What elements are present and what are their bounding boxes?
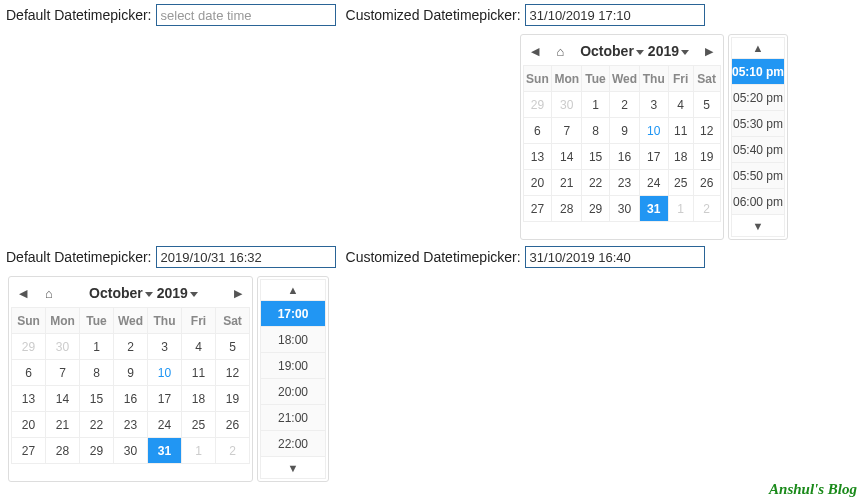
calendar-day[interactable]: 12 xyxy=(216,360,250,386)
time-option[interactable]: 05:20 pm xyxy=(731,85,786,111)
custom-datetime-input[interactable] xyxy=(525,246,705,268)
calendar-day[interactable]: 12 xyxy=(693,118,720,144)
time-option[interactable]: 05:10 pm xyxy=(731,59,786,85)
prev-month-button[interactable]: ◀ xyxy=(11,280,35,306)
calendar-day[interactable]: 31 xyxy=(148,438,182,464)
calendar-day[interactable]: 2 xyxy=(609,92,639,118)
calendar-day[interactable]: 19 xyxy=(216,386,250,412)
calendar-day[interactable]: 4 xyxy=(668,92,693,118)
calendar-day[interactable]: 10 xyxy=(640,118,669,144)
calendar-day[interactable]: 27 xyxy=(523,196,552,222)
calendar-day[interactable]: 2 xyxy=(114,334,148,360)
calendar-day[interactable]: 22 xyxy=(80,412,114,438)
time-scroll-down[interactable]: ▼ xyxy=(260,457,326,479)
calendar-day[interactable]: 20 xyxy=(523,170,552,196)
calendar-day[interactable]: 14 xyxy=(46,386,80,412)
calendar-day[interactable]: 11 xyxy=(182,360,216,386)
calendar-day[interactable]: 25 xyxy=(182,412,216,438)
month-dropdown[interactable]: October xyxy=(89,285,153,301)
time-option[interactable]: 22:00 xyxy=(260,431,326,457)
year-dropdown[interactable]: 2019 xyxy=(648,43,689,59)
default-datetime-input[interactable] xyxy=(156,4,336,26)
calendar-day[interactable]: 10 xyxy=(148,360,182,386)
time-option[interactable]: 18:00 xyxy=(260,327,326,353)
calendar-day[interactable]: 19 xyxy=(693,144,720,170)
calendar-day[interactable]: 9 xyxy=(114,360,148,386)
calendar-day[interactable]: 18 xyxy=(182,386,216,412)
calendar-day[interactable]: 4 xyxy=(182,334,216,360)
calendar-day[interactable]: 27 xyxy=(12,438,46,464)
calendar-day[interactable]: 28 xyxy=(46,438,80,464)
time-scroll-up[interactable]: ▲ xyxy=(731,37,786,59)
calendar-day[interactable]: 3 xyxy=(640,92,669,118)
today-button[interactable]: ⌂ xyxy=(549,38,573,64)
time-option[interactable]: 05:50 pm xyxy=(731,163,786,189)
calendar-day[interactable]: 25 xyxy=(668,170,693,196)
calendar-day[interactable]: 30 xyxy=(552,92,582,118)
custom-datetime-input[interactable] xyxy=(525,4,705,26)
default-datetime-input[interactable] xyxy=(156,246,336,268)
time-option[interactable]: 19:00 xyxy=(260,353,326,379)
time-option[interactable]: 05:30 pm xyxy=(731,111,786,137)
calendar-day[interactable]: 22 xyxy=(582,170,610,196)
calendar-day[interactable]: 21 xyxy=(46,412,80,438)
calendar-day[interactable]: 29 xyxy=(523,92,552,118)
calendar-day[interactable]: 30 xyxy=(46,334,80,360)
calendar-day[interactable]: 29 xyxy=(80,438,114,464)
calendar-day[interactable]: 30 xyxy=(609,196,639,222)
calendar-day[interactable]: 9 xyxy=(609,118,639,144)
calendar-day[interactable]: 16 xyxy=(114,386,148,412)
calendar-day[interactable]: 17 xyxy=(148,386,182,412)
calendar-day[interactable]: 29 xyxy=(582,196,610,222)
calendar-day[interactable]: 21 xyxy=(552,170,582,196)
calendar-day[interactable]: 8 xyxy=(80,360,114,386)
month-dropdown[interactable]: October xyxy=(580,43,644,59)
calendar-day[interactable]: 30 xyxy=(114,438,148,464)
calendar-day[interactable]: 31 xyxy=(640,196,669,222)
calendar-day[interactable]: 23 xyxy=(609,170,639,196)
year-dropdown[interactable]: 2019 xyxy=(157,285,198,301)
calendar-day[interactable]: 5 xyxy=(693,92,720,118)
calendar-day[interactable]: 23 xyxy=(114,412,148,438)
time-scroll-down[interactable]: ▼ xyxy=(731,215,786,237)
calendar-day[interactable]: 24 xyxy=(640,170,669,196)
calendar-day[interactable]: 6 xyxy=(523,118,552,144)
calendar-day[interactable]: 5 xyxy=(216,334,250,360)
time-scroll-up[interactable]: ▲ xyxy=(260,279,326,301)
calendar-day[interactable]: 2 xyxy=(693,196,720,222)
time-option[interactable]: 17:00 xyxy=(260,301,326,327)
calendar-day[interactable]: 1 xyxy=(668,196,693,222)
calendar-day[interactable]: 7 xyxy=(552,118,582,144)
calendar-day[interactable]: 2 xyxy=(216,438,250,464)
calendar-day[interactable]: 20 xyxy=(12,412,46,438)
calendar-day[interactable]: 17 xyxy=(640,144,669,170)
calendar-day[interactable]: 26 xyxy=(693,170,720,196)
time-option[interactable]: 21:00 xyxy=(260,405,326,431)
calendar-day[interactable]: 18 xyxy=(668,144,693,170)
calendar-day[interactable]: 15 xyxy=(80,386,114,412)
calendar-day[interactable]: 1 xyxy=(182,438,216,464)
calendar-day[interactable]: 3 xyxy=(148,334,182,360)
calendar-day[interactable]: 13 xyxy=(12,386,46,412)
calendar-day[interactable]: 15 xyxy=(582,144,610,170)
calendar-day[interactable]: 6 xyxy=(12,360,46,386)
today-button[interactable]: ⌂ xyxy=(37,280,61,306)
calendar-day[interactable]: 7 xyxy=(46,360,80,386)
time-option[interactable]: 20:00 xyxy=(260,379,326,405)
next-month-button[interactable]: ▶ xyxy=(226,280,250,306)
prev-month-button[interactable]: ◀ xyxy=(523,38,547,64)
calendar-day[interactable]: 14 xyxy=(552,144,582,170)
calendar-day[interactable]: 29 xyxy=(12,334,46,360)
calendar-day[interactable]: 28 xyxy=(552,196,582,222)
time-option[interactable]: 05:40 pm xyxy=(731,137,786,163)
time-option[interactable]: 06:00 pm xyxy=(731,189,786,215)
calendar-day[interactable]: 11 xyxy=(668,118,693,144)
calendar-day[interactable]: 1 xyxy=(582,92,610,118)
calendar-day[interactable]: 8 xyxy=(582,118,610,144)
next-month-button[interactable]: ▶ xyxy=(697,38,721,64)
calendar-day[interactable]: 13 xyxy=(523,144,552,170)
calendar-day[interactable]: 1 xyxy=(80,334,114,360)
calendar-day[interactable]: 16 xyxy=(609,144,639,170)
calendar-day[interactable]: 24 xyxy=(148,412,182,438)
calendar-day[interactable]: 26 xyxy=(216,412,250,438)
